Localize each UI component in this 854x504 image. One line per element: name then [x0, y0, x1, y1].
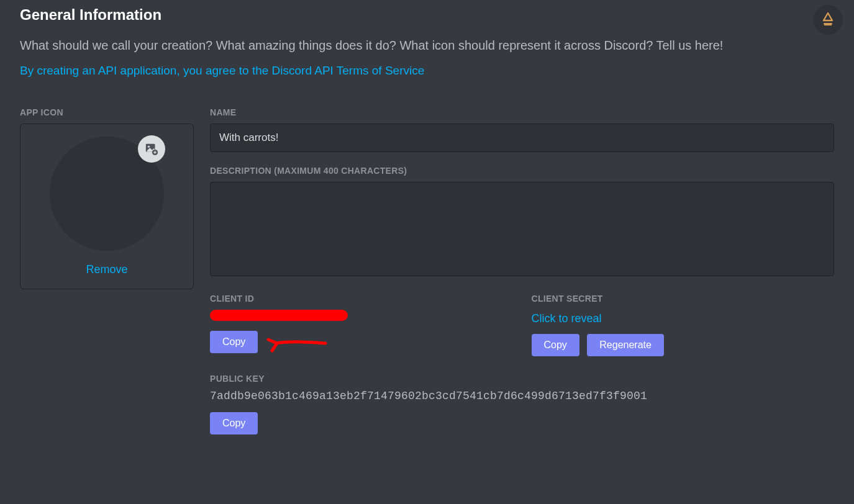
name-label: NAME [210, 107, 834, 117]
copy-client-id-button[interactable]: Copy [210, 331, 258, 353]
red-arrow-annotation [263, 330, 332, 357]
app-icon-label: APP ICON [20, 107, 194, 117]
app-logo-badge [813, 5, 843, 35]
name-input[interactable] [210, 124, 834, 152]
upload-image-badge[interactable] [138, 135, 165, 163]
client-id-label: CLIENT ID [210, 294, 513, 304]
copy-client-secret-button[interactable]: Copy [532, 334, 579, 356]
svg-point-1 [148, 146, 150, 148]
client-secret-label: CLIENT SECRET [532, 294, 835, 304]
app-icon-upload-box[interactable]: Remove [20, 124, 194, 289]
public-key-value: 7addb9e063b1c469a13eb2f71479602bc3cd7541… [210, 390, 834, 402]
description-label: DESCRIPTION (MAXIMUM 400 CHARACTERS) [210, 166, 834, 176]
client-id-redacted [210, 310, 348, 321]
copy-public-key-button[interactable]: Copy [210, 412, 258, 434]
public-key-label: PUBLIC KEY [210, 374, 834, 384]
page-title: General Information [20, 6, 834, 24]
reveal-secret-button[interactable]: Click to reveal [532, 312, 602, 325]
description-textarea[interactable] [210, 182, 834, 276]
tos-link[interactable]: By creating an API application, you agre… [20, 64, 424, 78]
remove-icon-button[interactable]: Remove [86, 259, 127, 281]
image-add-icon [145, 142, 158, 156]
page-subtitle: What should we call your creation? What … [20, 36, 815, 55]
app-logo-icon [819, 11, 837, 29]
regenerate-secret-button[interactable]: Regenerate [587, 334, 664, 356]
